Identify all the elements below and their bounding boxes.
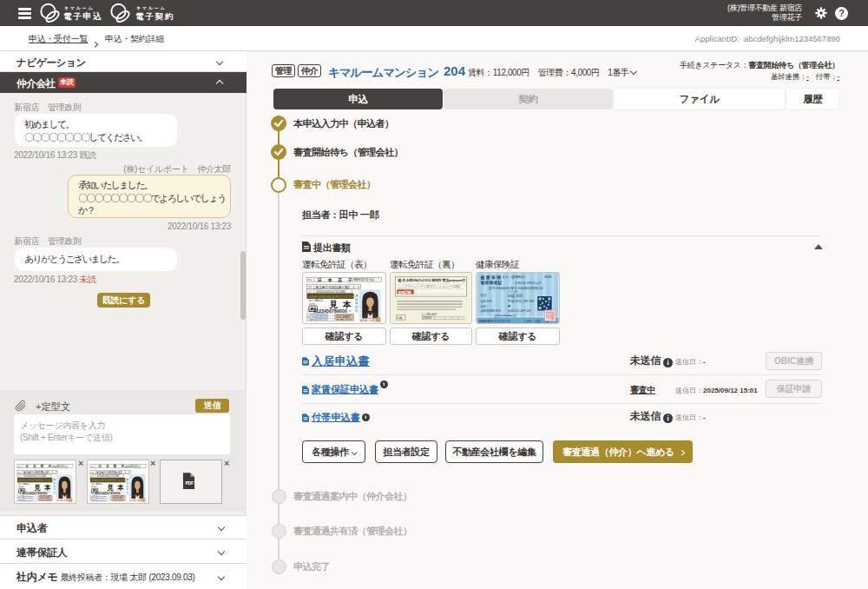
- svg-text:保険者番号 5 5 5 5 5 5 50: 保険者番号 5 5 5 5 5 5 50: [479, 319, 510, 323]
- svg-text:略章: 略章: [546, 317, 552, 321]
- svg-text:条件等: 条件等: [308, 302, 315, 306]
- svg-text:本人（被保険者）: 本人（被保険者）: [503, 275, 528, 279]
- svg-text:△△グリーンハイツ25号マンション○○号202: △△グリーンハイツ25号マンション○○号202: [398, 284, 460, 288]
- svg-text:日端 太郎: 日端 太郎: [507, 294, 523, 298]
- svg-text:氏名: 氏名: [480, 293, 487, 297]
- svg-text:生年月日: 生年月日: [480, 300, 491, 303]
- svg-text:013 013 013 4 2 0 12345: 013 013 013 4 2 0 12345: [316, 290, 345, 294]
- svg-text:東京都千代田区霞ケ関2－1－2: 東京都千代田区霞ケ関2－1－2: [315, 285, 360, 289]
- svg-text:日本花子: 日本花子: [318, 277, 358, 283]
- svg-text:大二 普二 けん引: 大二 普二 けん引: [336, 318, 352, 321]
- svg-text:12345678: 12345678: [422, 316, 431, 320]
- svg-text:令和 1年 4月1日交付: 令和 1年 4月1日交付: [515, 281, 542, 285]
- svg-text:社印: 社印: [546, 313, 551, 316]
- svg-text:昭和61 3 5 1 3 生: 昭和61 3 5 1 3 生: [353, 277, 374, 281]
- svg-text:2028年(令和10年)06月01日まで有効: 2028年(令和10年)06月01日まで有効: [308, 294, 358, 299]
- svg-text:令和 2年 4月 1日: 令和 2年 4月 1日: [507, 308, 530, 313]
- svg-text:PDF: PDF: [185, 480, 194, 486]
- svg-text:平成 XX年 X月 X日: 平成 XX年 X月 X日: [506, 299, 534, 303]
- svg-text:男: 男: [507, 304, 510, 308]
- svg-text:平成210.09.21 013: 平成210.09.21 013: [312, 318, 328, 321]
- svg-text:被保険者証: 被保険者証: [479, 280, 502, 286]
- svg-text:眼鏡等: 眼鏡等: [315, 299, 324, 302]
- svg-text:記号 20000013 番号 1000800 (枝: 記号 20000013 番号 1000800 (枝番) 00: [489, 286, 543, 290]
- svg-text:性別: 性別: [479, 304, 486, 308]
- svg-text:号: 号: [349, 309, 352, 313]
- svg-text:08034: 08034: [544, 275, 552, 279]
- svg-text:資格取得年月日: 資格取得年月日: [480, 308, 501, 313]
- svg-text:印鑑: 印鑑: [397, 315, 403, 320]
- svg-text:0123456789000: 0123456789000: [313, 308, 347, 314]
